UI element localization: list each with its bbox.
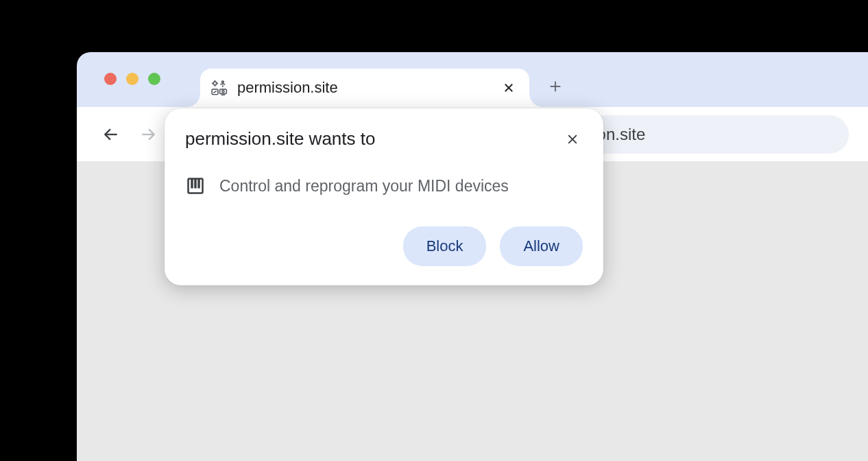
permission-dialog: permission.site wants to Control and rep… — [165, 108, 603, 285]
svg-point-5 — [222, 81, 224, 83]
svg-rect-22 — [197, 179, 200, 189]
svg-point-9 — [222, 91, 224, 93]
dialog-close-button[interactable] — [562, 129, 583, 150]
dialog-title: permission.site wants to — [185, 128, 375, 150]
new-tab-button[interactable] — [543, 74, 568, 99]
block-button[interactable]: Block — [403, 226, 487, 266]
browser-tab[interactable]: permission.site — [200, 69, 529, 107]
forward-button[interactable] — [133, 119, 163, 150]
dialog-description: Control and reprogram your MIDI devices — [219, 177, 509, 196]
svg-rect-20 — [191, 179, 193, 189]
tab-strip: permission.site — [77, 52, 868, 107]
window-controls — [104, 73, 160, 85]
window-close-button[interactable] — [104, 73, 117, 85]
window-minimize-button[interactable] — [126, 73, 138, 85]
svg-point-0 — [213, 82, 217, 85]
tab-favicon-icon — [210, 78, 229, 97]
tab-close-button[interactable] — [499, 78, 518, 97]
window-maximize-button[interactable] — [148, 73, 160, 85]
back-button[interactable] — [96, 119, 126, 150]
tab-title: permission.site — [237, 79, 499, 97]
svg-rect-21 — [194, 179, 197, 189]
midi-icon — [185, 176, 206, 196]
allow-button[interactable]: Allow — [500, 226, 583, 266]
